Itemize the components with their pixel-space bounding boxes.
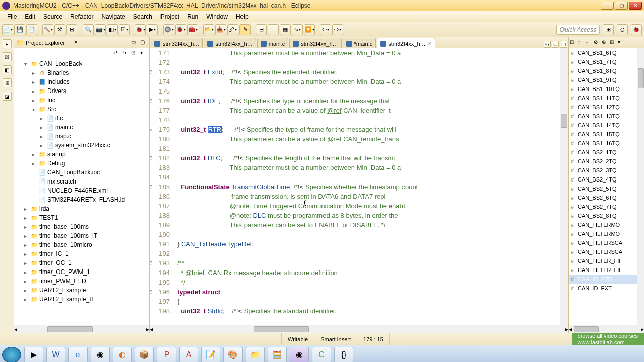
run-button[interactable]: 🔘: [163, 24, 174, 35]
link-icon[interactable]: ⊞: [610, 39, 617, 46]
problems-icon[interactable]: ◪: [3, 92, 12, 101]
debug-persp-button[interactable]: 🐞: [631, 24, 642, 35]
tree-item[interactable]: ▸📁time_base_10micro: [14, 240, 149, 249]
project-tree[interactable]: ▾📁CAN_LoopBack▸⚙Binaries▸📘Includes▸📁Driv…: [14, 58, 149, 325]
tree-item[interactable]: ▸📁TEST1: [14, 213, 149, 222]
menu-window[interactable]: Window: [202, 12, 232, 21]
view-menu-icon[interactable]: ▾: [140, 50, 147, 57]
open-type-button[interactable]: ◧: [107, 24, 118, 35]
outline-hscroll[interactable]: ◂ ▸: [569, 325, 644, 333]
tree-item[interactable]: ▸📁irda: [14, 204, 149, 213]
sort-icon[interactable]: ⊡: [570, 39, 577, 46]
tree-item[interactable]: ▸⚙Binaries: [14, 68, 149, 77]
maximize-view-icon[interactable]: ▢: [140, 39, 147, 46]
menu-navigate[interactable]: Navigate: [97, 12, 129, 21]
outline-item[interactable]: #CAN_BS1_6TQ: [569, 48, 637, 57]
outline-item[interactable]: #CAN_FILTER_FIF: [569, 265, 637, 275]
filter-button[interactable]: 🔽: [304, 24, 315, 35]
new-project-button[interactable]: 📂: [203, 24, 214, 35]
outline-item[interactable]: #CAN_FILTERSCA: [569, 238, 637, 247]
outline-item[interactable]: #CAN_BS1_15TQ: [569, 130, 637, 139]
taskbar-code-icon[interactable]: {}: [334, 347, 353, 363]
editor-tab[interactable]: *main.c: [343, 38, 376, 48]
outline-item[interactable]: #CAN_BS1_14TQ: [569, 121, 637, 130]
forward-button[interactable]: ⇨: [332, 24, 343, 35]
outline-item[interactable]: #CAN_BS1_7TQ: [569, 57, 637, 66]
hide-nonpublic-icon[interactable]: ⊚: [602, 39, 609, 46]
build-targets-icon[interactable]: ⊞: [3, 78, 12, 87]
outline-item[interactable]: #CAN_BS1_9TQ: [569, 75, 637, 84]
restore-icon[interactable]: ▸: [3, 39, 12, 48]
az-icon[interactable]: ↕: [578, 39, 585, 46]
tree-item[interactable]: ▸📁Debug: [14, 159, 149, 168]
toggle-highlight-button[interactable]: ✎: [239, 24, 251, 35]
taskbar-chrome-icon[interactable]: ◉: [91, 347, 110, 363]
search-button[interactable]: 🔍: [83, 24, 94, 35]
tree-item[interactable]: ▸📘Includes: [14, 77, 149, 86]
outline-item[interactable]: #CAN_BS1_8TQ: [569, 66, 637, 75]
toggle-mark-button[interactable]: ☑: [119, 24, 130, 35]
outline-item[interactable]: #CAN_BS2_4TQ: [569, 175, 637, 184]
tree-item[interactable]: ▸📁timer_OC_PWM_1: [14, 267, 149, 277]
back-button[interactable]: ⇦: [320, 24, 331, 35]
outline-item[interactable]: #CAN_BS1_13TQ: [569, 112, 637, 121]
quick-access[interactable]: Quick Access: [556, 25, 600, 35]
start-button[interactable]: [2, 347, 21, 363]
outline-item[interactable]: #CAN_ID_EXT: [569, 284, 637, 293]
highlight-button[interactable]: 🖍: [227, 24, 238, 35]
tree-item[interactable]: 📄NUCLEO-F446RE.xml: [14, 186, 149, 195]
tab-close-icon[interactable]: ✕: [428, 41, 432, 46]
new-button[interactable]: 📄: [2, 24, 13, 35]
tree-item[interactable]: 📄STM32F446RETx_FLASH.ld: [14, 195, 149, 204]
menu-file[interactable]: File: [3, 12, 21, 21]
tree-item[interactable]: ▸📄system_stm32f4xx.c: [14, 141, 149, 150]
tree-item[interactable]: ▸📁Drivers: [14, 86, 149, 96]
taskbar-box-icon[interactable]: 📦: [135, 347, 154, 363]
focus-icon[interactable]: ⊡: [131, 50, 138, 57]
outline-item[interactable]: #CAN_BS2_2TQ: [569, 157, 637, 166]
tab-overflow[interactable]: »7: [544, 41, 551, 48]
tree-item[interactable]: ▸📁timer_IC_1: [14, 249, 149, 258]
editor-tab[interactable]: main.c: [257, 38, 288, 48]
tasks-icon[interactable]: ☑: [3, 52, 12, 61]
tab-min-icon[interactable]: ▭: [552, 41, 559, 48]
outline-item[interactable]: #CAN_BS2_6TQ: [569, 193, 637, 202]
outline-item[interactable]: #CAN_BS1_10TQ: [569, 84, 637, 94]
taskbar-eclipse-icon[interactable]: ◉: [290, 347, 309, 363]
outline-item[interactable]: #CAN_FILTERMO: [569, 229, 637, 238]
tree-item[interactable]: ▾📁CAN_LoopBack: [14, 59, 149, 68]
tree-item[interactable]: ▸📄main.c: [14, 123, 149, 132]
outline-item[interactable]: #CAN_BS1_12TQ: [569, 103, 637, 112]
build-target-button[interactable]: ⊞: [66, 24, 77, 35]
outline-menu-icon[interactable]: ▾: [618, 39, 625, 46]
menu-source[interactable]: Source: [39, 12, 66, 21]
debug-perspective-button[interactable]: 🐞: [135, 24, 146, 35]
tree-item[interactable]: ▸📄it.c: [14, 114, 149, 123]
camera-button[interactable]: 📷: [95, 24, 106, 35]
outline-item[interactable]: #CAN_BS2_3TQ: [569, 166, 637, 175]
outline-item[interactable]: #CAN_BS1_11TQ: [569, 94, 637, 103]
tree-item[interactable]: ▸📁timer_OC_1: [14, 258, 149, 267]
outline-item[interactable]: #CAN_BS2_8TQ: [569, 211, 637, 220]
link-editor-icon[interactable]: ⇆: [122, 50, 129, 57]
taskbar-paint-icon[interactable]: 🎨: [223, 347, 243, 363]
menu-run[interactable]: Run: [183, 12, 202, 21]
debug-button[interactable]: 🐞: [175, 24, 186, 35]
step-button[interactable]: ↘: [292, 24, 303, 35]
tree-item[interactable]: ▸📁time_base_100ms_IT: [14, 231, 149, 240]
open-perspective-button[interactable]: ⊞: [603, 24, 614, 35]
tree-item[interactable]: ▸📁UART2_Example_IT: [14, 295, 149, 304]
menu-help[interactable]: Help: [232, 12, 253, 21]
menu-refactor[interactable]: Refactor: [66, 12, 97, 21]
outline-item[interactable]: #CAN_BS2_5TQ: [569, 184, 637, 193]
tab-max-icon[interactable]: ▢: [560, 41, 567, 48]
outline-item[interactable]: #CAN_FILTERMO: [569, 220, 637, 229]
taskbar-ie-icon[interactable]: e: [68, 347, 88, 363]
editor-hscroll[interactable]: ◂ ▸: [150, 325, 568, 333]
maximize-button[interactable]: ▢: [615, 2, 628, 10]
editor-tab[interactable]: stm32f4xx_h…: [289, 38, 341, 48]
code-area[interactable]: 1711721731741751761771781791801811821831…: [150, 48, 568, 325]
tree-item[interactable]: ▾📁Src: [14, 105, 149, 114]
pin-button[interactable]: ⊟: [256, 24, 267, 35]
explorer-close-icon[interactable]: ✕: [74, 39, 81, 46]
